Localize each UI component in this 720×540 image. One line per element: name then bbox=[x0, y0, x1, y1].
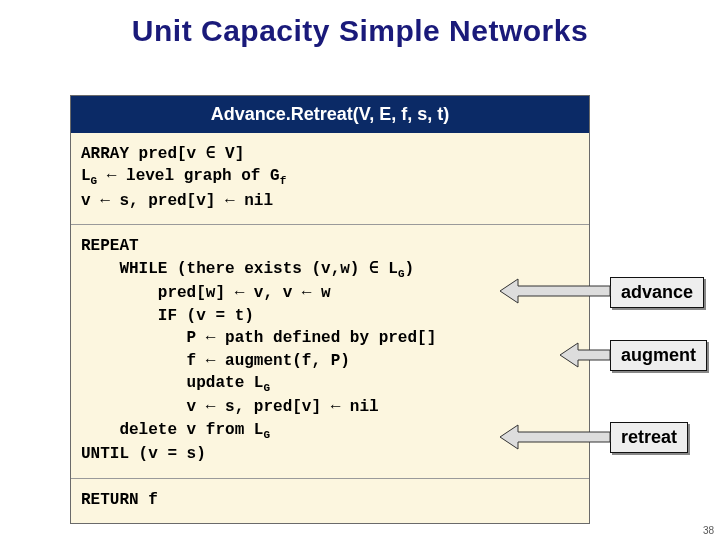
code-line: IF (v = t) bbox=[81, 307, 254, 325]
code-line: delete v from L bbox=[81, 421, 263, 439]
subscript: G bbox=[263, 382, 270, 394]
code-line: f ← augment(f, P) bbox=[81, 352, 350, 370]
label-retreat: retreat bbox=[610, 422, 688, 453]
code-line: ) bbox=[405, 260, 415, 278]
code-line: update L bbox=[81, 374, 263, 392]
arrow-retreat bbox=[500, 412, 612, 462]
code-line: V] bbox=[215, 145, 244, 163]
code-line: ARRAY pred[v bbox=[81, 145, 206, 163]
label-augment: augment bbox=[610, 340, 707, 371]
code-line: v ← s, pred[v] ← nil bbox=[81, 192, 273, 210]
code-block-1: ARRAY pred[v ∈ V] LG ← level graph of Gf… bbox=[71, 133, 589, 224]
algorithm-header: Advance.Retreat(V, E, f, s, t) bbox=[71, 96, 589, 133]
svg-marker-2 bbox=[500, 425, 610, 449]
page-number: 38 bbox=[703, 525, 714, 536]
svg-marker-1 bbox=[560, 343, 610, 367]
subscript: G bbox=[398, 268, 405, 280]
code-line: UNTIL (v = s) bbox=[81, 445, 206, 463]
label-advance: advance bbox=[610, 277, 704, 308]
arrow-augment bbox=[560, 330, 612, 380]
element-of-glyph: ∈ bbox=[369, 260, 379, 278]
subscript: G bbox=[263, 429, 270, 441]
code-line: pred[w] ← v, v ← w bbox=[81, 284, 331, 302]
code-line: RETURN f bbox=[81, 491, 158, 509]
subscript: f bbox=[280, 176, 287, 188]
code-block-3: RETURN f bbox=[71, 479, 589, 523]
code-line: L bbox=[379, 260, 398, 278]
code-line: WHILE (there exists (v,w) bbox=[81, 260, 369, 278]
slide-title: Unit Capacity Simple Networks bbox=[0, 0, 720, 48]
code-line: v ← s, pred[v] ← nil bbox=[81, 398, 379, 416]
code-line: ← level graph of G bbox=[97, 167, 279, 185]
code-line: L bbox=[81, 167, 91, 185]
svg-marker-0 bbox=[500, 279, 610, 303]
code-line: REPEAT bbox=[81, 237, 139, 255]
code-line: P ← path defined by pred[] bbox=[81, 329, 436, 347]
arrow-advance bbox=[500, 266, 612, 316]
